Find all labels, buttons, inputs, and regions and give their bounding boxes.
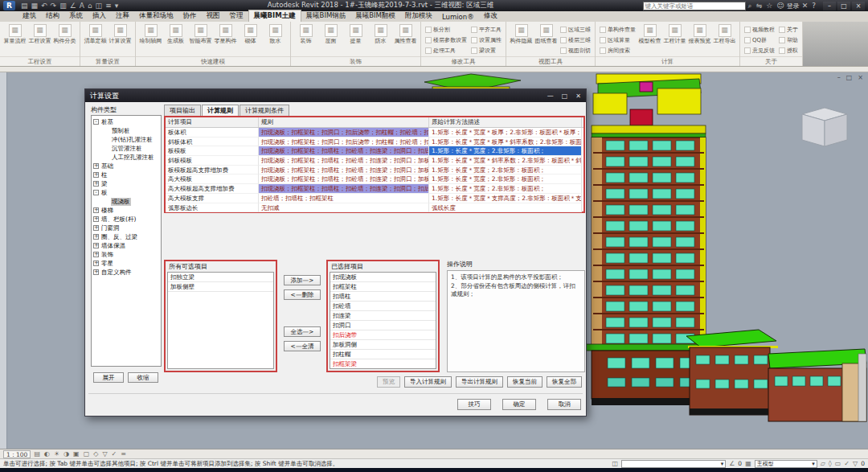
ribbon-button[interactable]: 板分割 (425, 24, 467, 35)
list-item[interactable]: 加板洞侧 (330, 340, 436, 350)
ribbon-button[interactable]: 视频教程 (744, 24, 775, 35)
viewcube[interactable] (802, 108, 847, 146)
expand-button[interactable]: 展开 (93, 372, 124, 383)
ribbon-button[interactable]: ▦报表预览 (687, 23, 712, 45)
tree-expander-icon[interactable]: - (93, 119, 99, 125)
save-icon[interactable]: ▦ (31, 1, 39, 10)
ribbon-button[interactable]: ▦工程导出 (712, 23, 737, 45)
print-icon[interactable]: ▥ (59, 1, 67, 10)
ribbon-button[interactable]: ▦构件分类 (52, 23, 77, 45)
ribbon-button[interactable]: 区域算量 (600, 35, 636, 45)
ribbon-tab[interactable]: 注释 (111, 10, 134, 22)
ribbon-button[interactable]: ▦装饰 (293, 23, 318, 45)
tree-node[interactable]: + 自定义构件 (93, 268, 161, 277)
ribbon-tab[interactable]: 体量和场地 (134, 10, 178, 22)
ribbon-button[interactable]: ▦生成板 (163, 23, 188, 45)
ribbon-button[interactable]: ▦属性查看 (393, 23, 418, 45)
tree-expander-icon[interactable]: + (93, 172, 99, 178)
undo-icon[interactable]: ↶ (41, 1, 47, 10)
table-row[interactable]: 板模板 扣现浇板；扣框架柱；扣墙柱；扣砼墙；扣连梁；扣洞口；扣后浇带；扣柱帽 1… (166, 146, 583, 156)
tree-node[interactable]: + 梁 (93, 179, 161, 188)
tree-node[interactable]: + 基础 (93, 162, 161, 170)
selected-items-list[interactable]: 扣现浇板扣框架柱扣墙柱扣砼墙扣连梁扣洞口扣后浇带加板洞侧扣柱帽扣框架梁扣次梁 (330, 272, 436, 369)
tree-node[interactable]: - 桩基 (93, 117, 161, 126)
ribbon-button[interactable]: 授权 (779, 45, 798, 55)
thin-lines-icon[interactable]: ≡ (105, 1, 112, 10)
component-type-tree[interactable]: - 桩基 预制桩 冲(钻)孔灌注桩 沉管灌注桩 (91, 115, 162, 367)
ribbon-button[interactable]: ▦构件隐藏 (509, 23, 534, 45)
add-button[interactable]: 添加—> (284, 275, 321, 285)
visual-style-icon[interactable]: ◐ (44, 450, 50, 458)
section-icon[interactable]: ◫ (96, 1, 103, 10)
list-item[interactable]: 扣框架柱 (330, 282, 436, 292)
ribbon-button[interactable]: ▦工程计量 (662, 23, 687, 45)
dialog-maximize-button[interactable]: □ (562, 92, 568, 100)
measure-icon[interactable]: ∠ (70, 1, 76, 10)
list-item[interactable]: 扣洞口 (330, 321, 436, 330)
sun-path-icon[interactable]: ☀ (54, 450, 59, 458)
list-item[interactable]: 加板侧壁 (168, 282, 273, 292)
tree-node[interactable]: + 门窗洞 (93, 224, 161, 232)
table-row[interactable]: 板体积 扣现浇板；扣框架柱；扣洞口；扣后浇带；扣柱帽；扣砼墙；扣墙柱；扣连梁 1… (166, 128, 583, 137)
ribbon-button[interactable]: ▦零星构件 (213, 23, 238, 45)
press-drag-icon[interactable]: ◊ (829, 460, 832, 467)
ribbon-button[interactable]: ▦智能布置 (188, 23, 213, 45)
view-minimize-icon[interactable]: – (837, 74, 841, 81)
tree-expander-icon[interactable]: + (93, 234, 99, 240)
crop-view-icon[interactable]: ▢ (84, 450, 90, 458)
ribbon-button[interactable]: 设置属性 (471, 35, 502, 45)
ribbon-tab[interactable]: 结构 (41, 10, 64, 22)
dialog-tab[interactable]: 项目输出 (164, 105, 201, 116)
list-item[interactable]: 扣后浇带 (330, 330, 436, 340)
select-all-button[interactable]: 全选—> (284, 326, 321, 337)
table-row[interactable]: 高大模板支撑 扣砼墙；扣墙柱；扣框架柱 1.矩形：长度＊宽度＊支撑高度；2.非矩… (166, 194, 583, 203)
tree-node[interactable]: + 零星 (93, 259, 161, 268)
ribbon-button[interactable]: ▦模型检查 (637, 23, 662, 45)
ribbon-tab[interactable]: 协作 (178, 10, 202, 22)
collapsed-panel-strip[interactable] (0, 72, 7, 449)
list-item[interactable]: 扣墙柱 (330, 292, 436, 302)
help-icon[interactable]: ? (812, 2, 816, 10)
table-row[interactable]: 高大模板 扣现浇板；扣框架柱；扣墙柱；扣砼墙；扣连梁；扣洞口；加板洞侧 1.矩形… (166, 174, 583, 184)
design-option-select[interactable]: 主模型▾ (755, 460, 817, 468)
ribbon-tab[interactable]: Lumion® (437, 12, 479, 22)
search-icon[interactable]: ⌕ (748, 2, 752, 10)
ribbon-button[interactable]: ▦清单定额 (83, 23, 108, 45)
ribbon-button[interactable]: 楼层参数设置 (425, 35, 467, 45)
clear-all-button[interactable]: <—全清 (284, 341, 321, 351)
ribbon-button[interactable]: ▦防水 (368, 23, 393, 45)
maximize-button[interactable]: □ (837, 2, 850, 10)
tree-node[interactable]: 沉管灌注桩 (93, 144, 161, 153)
design-options-icon[interactable]: ▦ (745, 460, 751, 467)
redo-icon[interactable]: ↷ (51, 1, 57, 10)
tree-expander-icon[interactable]: + (93, 269, 99, 275)
dialog-tab[interactable]: 计算规则条件 (240, 105, 289, 116)
open-icon[interactable]: ▤ (21, 1, 28, 10)
tree-expander-icon[interactable]: + (93, 181, 99, 187)
dialog-close-button[interactable]: ✕ (575, 92, 581, 100)
favorites-icon[interactable]: ☆ (766, 2, 772, 10)
ribbon-button[interactable]: 关于 (779, 24, 798, 35)
tree-expander-icon[interactable]: + (93, 261, 99, 266)
dialog-titlebar[interactable]: 计算设置 —□✕ (85, 89, 586, 102)
view-close-icon[interactable]: × (858, 74, 863, 81)
ribbon-button[interactable]: ▦算量流程 (2, 23, 27, 45)
ribbon-button[interactable]: 梁设置 (471, 45, 502, 55)
action-button[interactable]: 恢复当前 (507, 376, 542, 388)
list-item[interactable]: 扣独立梁 (168, 273, 273, 282)
select-pinned-icon[interactable]: ✓ (844, 460, 850, 467)
tree-expander-icon[interactable]: + (93, 207, 99, 213)
tree-expander-icon[interactable]: + (93, 252, 99, 257)
ribbon-button[interactable]: ▦绘制轴网 (138, 23, 163, 45)
dialog-tab[interactable]: 计算规则 (202, 105, 239, 117)
exchange-icon[interactable]: ⇋ (756, 2, 763, 10)
list-item[interactable]: 扣现浇板 (330, 273, 436, 282)
ribbon-tab[interactable]: 晨曦BIM土建 (248, 10, 301, 22)
crop-region-icon[interactable]: ◇ (93, 450, 98, 458)
tree-expander-icon[interactable]: + (93, 216, 99, 222)
ribbon-tab[interactable]: 插入 (88, 10, 111, 22)
ribbon-tab[interactable]: 视图 (202, 10, 225, 22)
tree-node[interactable]: 冲(钻)孔灌注桩 (93, 135, 161, 144)
tree-node[interactable]: 人工挖孔灌注桩 (93, 153, 161, 162)
tree-node[interactable]: + 圈、反、过梁 (93, 232, 161, 241)
